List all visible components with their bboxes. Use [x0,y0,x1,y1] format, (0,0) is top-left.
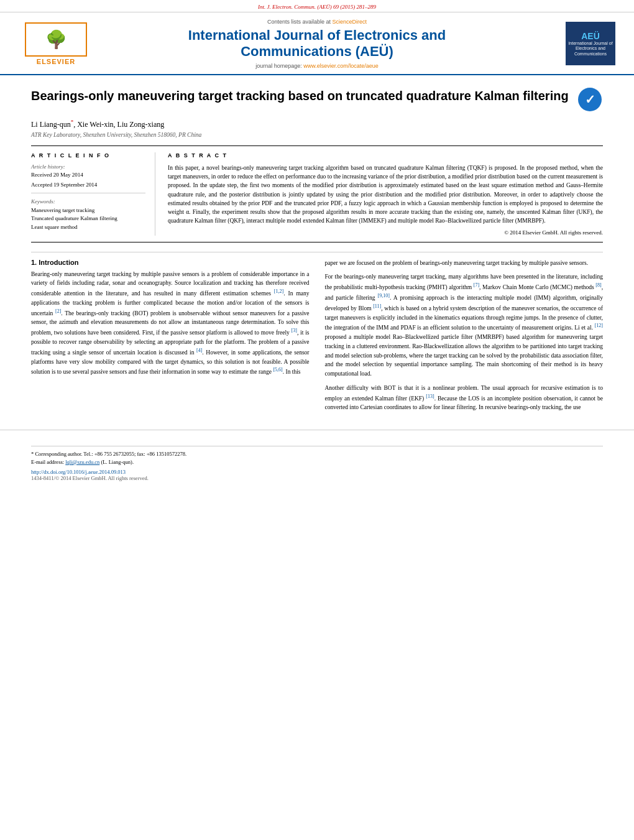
ref-1-2: [1,2] [274,288,283,294]
email-label: E-mail address: [31,459,64,465]
page: Int. J. Electron. Commun. (AEÜ) 69 (2015… [0,0,634,840]
homepage-label: journal homepage: [255,63,302,69]
elsevier-box: 🌳 [25,22,87,57]
keyword-2: Truncated quadrature Kalman filtering [31,215,145,223]
info-abstract-section: A R T I C L E I N F O Article history: R… [31,145,603,242]
sciencedirect-line: Contents lists available at ScienceDirec… [93,19,541,25]
crossmark-badge[interactable]: ✓ [578,88,603,113]
email-line: E-mail address: lqli@szu.edu.cn (L. Lian… [31,458,603,466]
homepage-link[interactable]: www.elsevier.com/locate/aeue [303,63,379,69]
received-date: Received 20 May 2014 [31,172,145,178]
journal-title-line2: Communications (AEÜ) [241,44,393,59]
article-title: Bearings-only maneuvering target trackin… [31,88,569,104]
article-info-title: A R T I C L E I N F O [31,152,145,159]
journal-title: International Journal of Electronics and… [93,27,541,60]
sciencedirect-prefix: Contents lists available at [267,19,331,25]
authors: Li Liang-qun*, Xie Wei-xin, Liu Zong-xia… [31,119,603,129]
issn-line: 1434-8411/© 2014 Elsevier GmbH. All righ… [31,475,603,481]
intro-col2-para1: paper we are focused on the problem of b… [325,259,604,268]
doi-text: http://dx.doi.org/10.1016/j.aeue.2014.09… [31,469,126,475]
ref-2: [2] [55,308,61,314]
body-col-right: paper we are focused on the problem of b… [325,259,604,418]
section-divider [31,252,603,252]
footnote-star: * Corresponding author. Tel.: +86 755 26… [31,450,603,458]
thumb-title: International Journal of Electronics and… [568,41,613,57]
journal-center: Contents lists available at ScienceDirec… [93,19,541,69]
citation-text: Int. J. Electron. Commun. (AEÜ) 69 (2015… [258,4,376,10]
ref-12: [12] [595,323,603,328]
journal-homepage: journal homepage: www.elsevier.com/locat… [93,63,541,69]
email-link[interactable]: lqli@szu.edu.cn [65,459,99,465]
keywords-label: Keywords: [31,198,145,205]
journal-header: 🌳 ELSEVIER Contents lists available at S… [0,12,634,75]
body-content: 1. Introduction Bearing-only maneuvering… [31,259,603,418]
affiliation: ATR Key Laboratory, Shenzhen University,… [31,132,603,138]
copyright: © 2014 Elsevier GmbH. All rights reserve… [168,229,603,236]
ref-4: [4] [196,348,202,353]
elsevier-tree-icon: 🌳 [45,29,67,50]
sciencedirect-link[interactable]: ScienceDirect [333,19,367,25]
ref-5-6: [5,6] [273,367,282,372]
history-label: Article history: [31,164,145,170]
email-author: (L. Liang-qun). [101,459,134,465]
doi-line: http://dx.doi.org/10.1016/j.aeue.2014.09… [31,469,603,475]
body-col-left: 1. Introduction Bearing-only maneuvering… [31,259,310,418]
ref-11: [11] [373,303,381,309]
intro-col2-para2: For the bearings-only maneuvering target… [325,272,604,379]
article-footer: * Corresponding author. Tel.: +86 755 26… [0,430,634,487]
abstract-text: In this paper, a novel bearings-only man… [168,164,603,226]
citation-bar: Int. J. Electron. Commun. (AEÜ) 69 (2015… [0,0,634,12]
ref-7: [7] [474,282,479,288]
footnote: * Corresponding author. Tel.: +86 755 26… [31,446,603,466]
intro-col1-para1: Bearing-only maneuvering target tracking… [31,270,310,377]
article-content: Bearings-only maneuvering target trackin… [0,75,634,430]
journal-thumb-area: AEÜ International Journal of Electronics… [541,22,615,65]
keyword-3: Least square method [31,223,145,232]
ref-9-10: [9,10] [378,293,390,298]
accepted-date: Accepted 19 September 2014 [31,182,145,188]
article-info: A R T I C L E I N F O Article history: R… [31,152,155,236]
abstract-title: A B S T R A C T [168,152,603,159]
elsevier-label: ELSEVIER [37,58,75,65]
journal-thumbnail: AEÜ International Journal of Electronics… [566,22,615,65]
journal-title-line1: International Journal of Electronics and [188,27,446,43]
elsevier-logo: 🌳 ELSEVIER [19,22,93,65]
intro-col2-para3: Another difficulty with BOT is that it i… [325,384,604,412]
intro-title: 1. Introduction [31,259,310,266]
crossmark-icon: ✓ [578,88,602,111]
ref-13: [13] [426,394,434,399]
ref-3: [3] [292,328,297,333]
authors-text: Li Liang-qun*, Xie Wei-xin, Liu Zong-xia… [31,120,164,129]
elsevier-logo-area: 🌳 ELSEVIER [19,22,93,65]
info-divider [31,193,145,193]
abstract-section: A B S T R A C T In this paper, a novel b… [168,152,603,236]
article-header: Bearings-only maneuvering target trackin… [31,88,603,113]
keyword-1: Maneuvering target tracking [31,206,145,215]
ref-8: [8] [595,282,601,288]
